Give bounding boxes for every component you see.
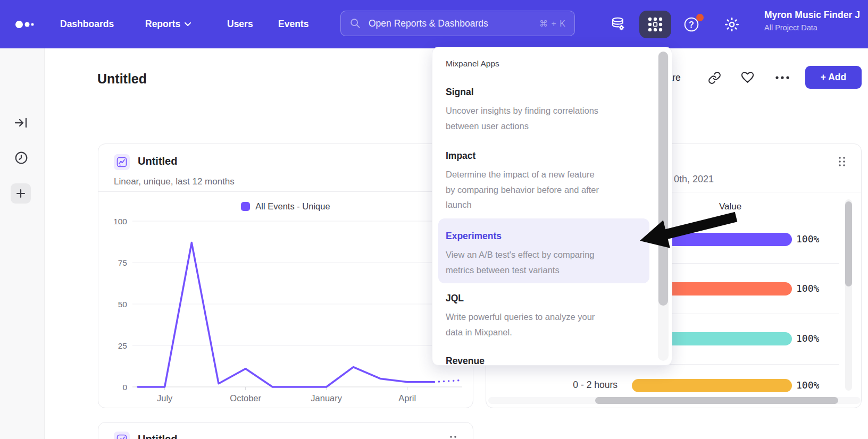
nav-item-users[interactable]: Users bbox=[227, 0, 253, 48]
add-report-button[interactable] bbox=[11, 183, 31, 204]
data-management-button[interactable] bbox=[610, 0, 626, 48]
nav-item-label: Users bbox=[227, 19, 253, 30]
clock-icon bbox=[14, 150, 29, 165]
svg-text:100: 100 bbox=[113, 217, 127, 226]
chevron-down-icon bbox=[185, 22, 191, 27]
legend-label: All Events - Unique bbox=[255, 201, 330, 212]
svg-text:75: 75 bbox=[118, 258, 127, 267]
help-button[interactable]: ? bbox=[683, 0, 700, 48]
svg-text:October: October bbox=[230, 393, 261, 403]
nav-item-reports[interactable]: Reports bbox=[145, 0, 191, 48]
expand-sidebar-button[interactable] bbox=[13, 115, 29, 131]
copy-link-button[interactable] bbox=[708, 71, 721, 85]
dropdown-item-title: Revenue bbox=[446, 356, 649, 366]
drag-handle-icon[interactable] bbox=[838, 156, 846, 167]
link-icon bbox=[708, 71, 721, 85]
user-project-menu[interactable]: Myron Music Finder J All Project Data bbox=[764, 10, 868, 32]
apps-menu-button[interactable] bbox=[639, 11, 671, 38]
nav-item-label: Dashboards bbox=[60, 19, 114, 30]
page-title: Untitled bbox=[97, 71, 147, 87]
nav-item-label: Reports bbox=[145, 19, 180, 30]
dropdown-item-description: Determine the impact of a new featureby … bbox=[446, 167, 649, 213]
add-button[interactable]: + Add bbox=[805, 66, 862, 89]
table-row-value: 100% bbox=[796, 379, 819, 391]
dropdown-item-title: Impact bbox=[446, 150, 649, 162]
search-shortcut: ⌘ + K bbox=[539, 19, 566, 29]
mixpanel-logo-icon[interactable] bbox=[13, 16, 38, 33]
line-chart-plot: 0255075100JulyOctoberJanuaryApril bbox=[98, 213, 474, 409]
divider bbox=[98, 191, 473, 192]
apps-item-jql[interactable]: JQL Write powerful queries to analyze yo… bbox=[446, 293, 649, 340]
dropdown-item-title: Experiments bbox=[446, 231, 649, 242]
nav-item-events[interactable]: Events bbox=[278, 0, 308, 48]
ellipsis-icon bbox=[774, 75, 790, 80]
chart-card-title[interactable]: Untitled bbox=[138, 155, 177, 167]
nav-item-dashboards[interactable]: Dashboards bbox=[60, 0, 114, 48]
table-row-value: 100% bbox=[796, 283, 819, 294]
arrow-to-bar-icon bbox=[14, 115, 29, 130]
table-row-label: 0 - 2 hours bbox=[518, 379, 617, 391]
apps-grid-icon bbox=[646, 15, 665, 34]
dropdown-item-description: Write powerful queries to analyze yourda… bbox=[446, 309, 649, 340]
svg-text:50: 50 bbox=[118, 300, 128, 309]
svg-text:?: ? bbox=[689, 20, 694, 29]
gear-icon bbox=[724, 16, 740, 32]
heart-icon bbox=[740, 70, 755, 85]
drag-handle-icon[interactable] bbox=[449, 435, 457, 439]
apps-item-experiments[interactable]: Experiments View an A/B test's effect by… bbox=[446, 231, 649, 277]
top-nav: Dashboards Reports Users Events Open Rep… bbox=[0, 0, 868, 48]
line-chart-icon bbox=[114, 154, 130, 170]
settings-button[interactable] bbox=[724, 0, 740, 48]
svg-text:0: 0 bbox=[122, 383, 127, 392]
notification-badge bbox=[696, 14, 704, 21]
chart-card-subtitle: Linear, unique, last 12 months bbox=[114, 176, 235, 187]
database-gear-icon bbox=[610, 16, 626, 32]
global-search[interactable]: Open Reports & Dashboards ⌘ + K bbox=[340, 11, 575, 36]
more-options-button[interactable] bbox=[774, 75, 790, 80]
mixpanel-app: Dashboards Reports Users Events Open Rep… bbox=[0, 0, 868, 439]
search-icon bbox=[349, 18, 361, 29]
search-placeholder: Open Reports & Dashboards bbox=[369, 18, 539, 29]
table-row-value: 100% bbox=[796, 233, 819, 244]
recent-history-button[interactable] bbox=[13, 150, 29, 166]
chart-legend[interactable]: All Events - Unique bbox=[98, 199, 473, 214]
nav-item-label: Events bbox=[278, 19, 308, 30]
mixpanel-apps-dropdown: Mixpanel Apps Signal Uncover insights by… bbox=[432, 47, 672, 366]
svg-text:July: July bbox=[157, 393, 173, 403]
favorite-button[interactable] bbox=[740, 70, 755, 85]
insights-chart-card: Untitled Linear, unique, last 12 months … bbox=[98, 143, 473, 408]
dropdown-scrollbar[interactable] bbox=[658, 52, 668, 306]
table-horizontal-scrollbar[interactable] bbox=[595, 397, 838, 404]
chart-card-title[interactable]: Untitled bbox=[138, 433, 177, 439]
table-row-bar bbox=[632, 379, 792, 392]
plus-icon bbox=[15, 188, 26, 199]
legend-swatch bbox=[241, 202, 250, 211]
dropdown-item-title: JQL bbox=[446, 293, 649, 304]
dropdown-header: Mixpanel Apps bbox=[446, 59, 499, 69]
project-name: All Project Data bbox=[764, 23, 868, 32]
dropdown-item-description: View an A/B test's effect by comparingme… bbox=[446, 247, 649, 277]
svg-text:January: January bbox=[311, 393, 342, 403]
svg-text:April: April bbox=[398, 393, 416, 403]
apps-item-signal[interactable]: Signal Uncover insights by finding corre… bbox=[446, 87, 649, 133]
table-card-date: 0th, 2021 bbox=[674, 174, 714, 185]
user-name: Myron Music Finder J bbox=[764, 10, 868, 21]
dropdown-item-description: Uncover insights by finding correlations… bbox=[446, 103, 649, 133]
svg-text:25: 25 bbox=[118, 341, 127, 350]
table-vertical-scrollbar[interactable] bbox=[845, 201, 852, 286]
line-chart-icon bbox=[114, 432, 130, 439]
dropdown-item-title: Signal bbox=[446, 87, 649, 98]
table-row-value: 100% bbox=[796, 333, 819, 344]
apps-item-impact[interactable]: Impact Determine the impact of a new fea… bbox=[446, 150, 649, 213]
table-column-header: Value bbox=[693, 201, 767, 212]
left-sidebar bbox=[0, 48, 45, 439]
second-chart-card: Untitled bbox=[98, 422, 473, 439]
apps-item-revenue[interactable]: Revenue bbox=[446, 356, 649, 366]
